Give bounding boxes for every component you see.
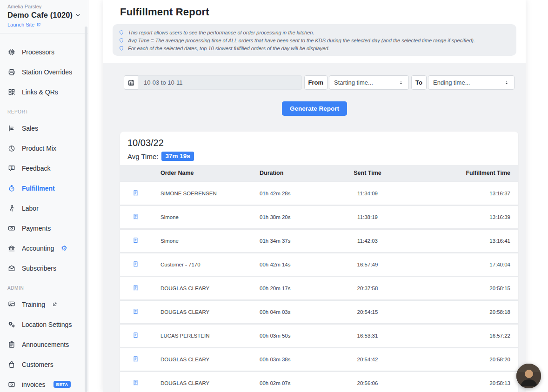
table-row[interactable]: DOUGLAS CLEARY00h 03m 38s20:54:4220:58:2…: [120, 348, 518, 372]
date-range-input[interactable]: [138, 75, 302, 90]
sidebar-item-location-settings[interactable]: Location Settings: [0, 314, 88, 334]
generate-report-button[interactable]: Generate Report: [282, 101, 347, 116]
avatar-photo: [516, 364, 541, 388]
sent-time-cell: 20:54:42: [334, 348, 401, 372]
training-icon: [7, 300, 16, 309]
table-row[interactable]: LUCAS PERLSTEIN00h 03m 50s16:53:3116:57:…: [120, 324, 518, 348]
order-receipt-cell: [120, 348, 160, 372]
sidebar-section-label-report: REPORT: [0, 102, 88, 118]
sidebar-item-label: Sales: [22, 125, 38, 132]
external-link-icon: [52, 302, 57, 307]
ending-time-value: Ending time...: [433, 79, 470, 86]
sidebar-item-label: Customers: [22, 361, 53, 368]
qr-code-icon: [7, 88, 16, 96]
sidebar-item-labor[interactable]: Labor: [0, 198, 88, 218]
receipt-icon[interactable]: [132, 331, 139, 339]
report-date: 10/03/22: [127, 138, 511, 148]
envelope-icon: [7, 264, 16, 272]
launch-site-link[interactable]: Launch Site: [7, 22, 41, 27]
sidebar-item-customers[interactable]: Customers: [0, 354, 88, 374]
chat-widget-avatar[interactable]: [516, 364, 541, 388]
receipt-icon[interactable]: [132, 284, 139, 292]
sidebar-nav: ProcessorsStation OverridesLinks & QRsRE…: [0, 33, 88, 392]
sidebar-item-product-mix[interactable]: Product Mix: [0, 138, 88, 158]
info-note: This report allows users to see the perf…: [119, 28, 510, 36]
fulfillment-time-cell: 20:58:20: [401, 348, 518, 372]
sidebar-item-fulfillment[interactable]: Fulfillment: [0, 178, 88, 198]
sent-time-cell: 11:34:09: [334, 182, 401, 206]
column-header-fulfillment-time: Fulfillment Time: [401, 165, 518, 182]
sidebar-item-links-qrs[interactable]: Links & QRs: [0, 82, 88, 102]
receipt-icon[interactable]: [132, 260, 139, 268]
info-note: For each of the selected dates, top 10 s…: [119, 44, 510, 52]
receipt-icon[interactable]: [132, 213, 139, 221]
sidebar-item-payments[interactable]: Payments: [0, 218, 88, 238]
sidebar-item-training[interactable]: Training: [0, 294, 88, 314]
order-receipt-cell: [120, 277, 160, 300]
sidebar: Amelia Parsley Demo Cafe (1020) Launch S…: [0, 0, 88, 392]
generate-report-area: Generate Report: [103, 101, 526, 116]
table-row[interactable]: Simone01h 34m 37s11:42:0313:16:41: [120, 229, 518, 253]
sidebar-item-invoices[interactable]: invoicesBETA: [0, 374, 88, 392]
sidebar-scrollbar[interactable]: [85, 27, 87, 392]
order-name-cell: DOUGLAS CLEARY: [160, 300, 260, 324]
column-header-duration: Duration: [260, 165, 334, 182]
avg-time-line: Avg Time: 37m 19s: [127, 152, 511, 161]
sidebar-item-label: Product Mix: [22, 145, 56, 152]
column-header-sent-time: Sent Time: [334, 165, 401, 182]
receipt-icon[interactable]: [132, 307, 139, 316]
table-header: Order Name Duration Sent Time Fulfillmen…: [120, 165, 518, 182]
order-name-cell: Simone: [160, 206, 260, 229]
order-name-cell: DOUGLAS CLEARY: [160, 277, 260, 300]
sent-time-cell: 11:38:19: [334, 206, 401, 229]
receipt-icon[interactable]: [132, 189, 139, 197]
receipt-icon[interactable]: [132, 355, 139, 363]
site-name: Demo Cafe (1020): [7, 11, 73, 20]
fulfillment-time-cell: 13:16:37: [401, 182, 518, 206]
labor-person-icon: [7, 204, 16, 213]
chip-icon: [7, 48, 16, 56]
printer-icon: [7, 68, 16, 76]
order-receipt-cell: [120, 206, 160, 229]
sidebar-header: Amelia Parsley Demo Cafe (1020) Launch S…: [0, 0, 88, 33]
table-row[interactable]: SIMONE SOERENSEN01h 42m 28s11:34:0913:16…: [120, 182, 518, 206]
shield-icon: [119, 38, 124, 43]
receipt-icon[interactable]: [132, 379, 139, 387]
report-info-box: This report allows users to see the perf…: [113, 24, 516, 56]
receipt-icon[interactable]: [132, 236, 139, 245]
feedback-bubble-icon: $: [7, 164, 16, 173]
sidebar-item-subscribers[interactable]: Subscribers: [0, 258, 88, 278]
info-note-text: For each of the selected dates, top 10 s…: [128, 45, 330, 52]
main-content: Fulfillment Report This report allows us…: [103, 0, 526, 392]
sidebar-item-label: Payments: [22, 225, 51, 232]
sidebar-item-processors[interactable]: Processors: [0, 42, 88, 62]
calendar-button[interactable]: [124, 75, 138, 90]
duration-cell: 00h 03m 38s: [260, 348, 334, 372]
info-note-text: This report allows users to see the perf…: [128, 29, 314, 36]
duration-cell: 01h 34m 37s: [260, 229, 334, 253]
to-label: To: [411, 75, 427, 90]
sidebar-item-feedback[interactable]: $Feedback: [0, 158, 88, 178]
sidebar-item-accounting[interactable]: Accounting⚙: [0, 238, 88, 258]
sidebar-item-station-overrides[interactable]: Station Overrides: [0, 62, 88, 82]
starting-time-select[interactable]: Starting time...: [329, 75, 409, 90]
banknote-icon: [7, 224, 16, 233]
gears-icon: [7, 320, 16, 329]
table-row[interactable]: DOUGLAS CLEARY00h 04m 03s20:54:1520:58:1…: [120, 300, 518, 324]
table-row[interactable]: Customer - 717000h 42m 14s16:57:4917:40:…: [120, 253, 518, 277]
sidebar-item-sales[interactable]: Sales: [0, 118, 88, 138]
site-selector[interactable]: Demo Cafe (1020): [7, 11, 81, 20]
pie-chart-icon: [7, 144, 16, 153]
order-name-cell: SIMONE SOERENSEN: [160, 182, 260, 206]
table-row[interactable]: DOUGLAS CLEARY00h 02m 07s20:56:0620:58:1…: [120, 372, 518, 392]
ending-time-select[interactable]: Ending time...: [428, 75, 515, 90]
sidebar-item-label: Links & QRs: [22, 88, 58, 96]
gear-icon[interactable]: ⚙: [61, 244, 67, 252]
sidebar-item-announcements[interactable]: Announcements: [0, 334, 88, 354]
duration-cell: 01h 42m 28s: [260, 182, 334, 206]
table-row[interactable]: DOUGLAS CLEARY00h 20m 17s20:37:5820:58:1…: [120, 277, 518, 300]
table-row[interactable]: Simone01h 38m 20s11:38:1913:16:39: [120, 206, 518, 229]
duration-cell: 00h 04m 03s: [260, 300, 334, 324]
shopping-bag-icon: [7, 360, 16, 369]
svg-text:$: $: [11, 166, 13, 169]
